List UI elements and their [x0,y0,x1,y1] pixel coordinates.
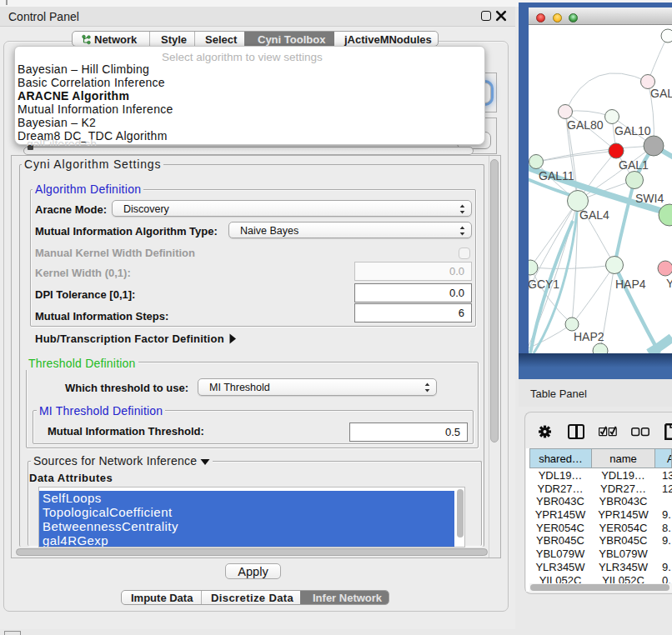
svg-text:SWI4: SWI4 [635,192,664,205]
svg-text:GAL11: GAL11 [539,169,574,182]
svg-text:GCY1: GCY1 [529,278,559,291]
svg-text:GAL: GAL [650,87,672,100]
svg-text:HAP2: HAP2 [574,330,604,343]
svg-text:HAP4: HAP4 [615,278,646,291]
svg-text:GAL80: GAL80 [567,118,604,132]
svg-text:GAL10: GAL10 [614,124,651,138]
svg-text:GAL4: GAL4 [579,208,609,222]
svg-text:Y: Y [666,277,672,290]
svg-text:GAL1: GAL1 [619,158,649,172]
